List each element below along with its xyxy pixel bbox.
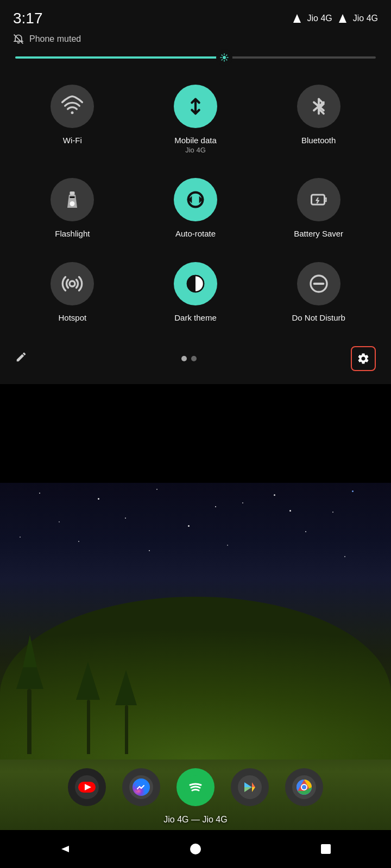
svg-point-14 xyxy=(70,201,75,206)
tile-do-not-disturb[interactable]: Do Not Disturb xyxy=(257,251,380,335)
pencil-icon xyxy=(15,351,27,363)
battery-saver-label: Battery Saver xyxy=(294,229,343,238)
spotify-icon xyxy=(184,775,207,799)
hotspot-icon-circle xyxy=(51,262,94,305)
tiles-grid: Wi-Fi Mobile data Jio 4G Bluetooth xyxy=(0,68,391,341)
edit-button[interactable] xyxy=(15,351,27,366)
wifi-label: Wi-Fi xyxy=(63,136,82,145)
back-button[interactable] xyxy=(59,843,72,856)
page-dots xyxy=(181,356,197,361)
svg-rect-39 xyxy=(321,844,331,854)
svg-rect-17 xyxy=(311,195,324,205)
brightness-track[interactable] xyxy=(15,56,376,59)
bluetooth-icon xyxy=(309,97,329,116)
muted-bell-icon xyxy=(13,34,24,44)
do-not-disturb-icon-circle xyxy=(297,262,340,305)
mobile-data-label: Mobile data xyxy=(174,136,217,145)
notification-bar: Phone muted xyxy=(0,31,391,51)
brightness-fill xyxy=(15,56,224,59)
tile-mobile-data[interactable]: Mobile data Jio 4G xyxy=(134,74,257,167)
nav-bar xyxy=(0,830,391,868)
svg-line-10 xyxy=(226,55,227,56)
tile-bluetooth[interactable]: Bluetooth xyxy=(257,74,380,167)
home-icon xyxy=(189,843,202,856)
brightness-thumb[interactable] xyxy=(216,49,232,66)
tile-flashlight[interactable]: Flashlight xyxy=(11,167,134,251)
do-not-disturb-label: Do Not Disturb xyxy=(292,313,345,322)
dark-theme-label: Dark theme xyxy=(174,313,217,322)
network-label: Jio 4G — Jio 4G xyxy=(163,815,227,825)
app-youtube[interactable] xyxy=(68,768,106,806)
svg-point-36 xyxy=(302,785,306,789)
do-not-disturb-icon xyxy=(308,273,330,295)
home-button[interactable] xyxy=(189,843,202,856)
dark-theme-icon xyxy=(185,273,206,295)
tile-hotspot[interactable]: Hotspot xyxy=(11,251,134,335)
status-bar: 3:17 Jio 4G Jio 4G xyxy=(0,0,391,31)
app-spotify[interactable] xyxy=(176,768,215,806)
tile-battery-saver[interactable]: Battery Saver xyxy=(257,167,380,251)
status-time: 3:17 xyxy=(13,10,43,27)
dark-theme-icon-circle xyxy=(174,262,217,305)
svg-line-9 xyxy=(222,59,223,60)
page-dot-1[interactable] xyxy=(181,356,187,361)
notif-left: Phone muted xyxy=(13,34,81,44)
hotspot-icon xyxy=(61,273,83,295)
svg-line-8 xyxy=(226,59,227,60)
hotspot-label: Hotspot xyxy=(58,313,86,322)
tile-dark-theme[interactable]: Dark theme xyxy=(134,251,257,335)
mobile-data-sublabel: Jio 4G xyxy=(185,146,206,154)
brightness-row[interactable] xyxy=(0,51,391,68)
settings-button[interactable] xyxy=(351,346,376,371)
chrome-icon xyxy=(292,775,316,799)
signal2-icon xyxy=(339,14,346,23)
play-store-icon xyxy=(238,775,262,799)
app-messenger[interactable] xyxy=(122,768,160,806)
auto-rotate-icon xyxy=(185,189,206,210)
youtube-icon xyxy=(75,775,99,799)
flashlight-icon-circle xyxy=(51,178,94,221)
battery-saver-icon-circle xyxy=(297,178,340,221)
battery-saver-icon xyxy=(309,190,329,209)
phone-muted-label: Phone muted xyxy=(29,34,81,44)
bluetooth-label: Bluetooth xyxy=(301,136,336,145)
settings-gear-icon xyxy=(357,352,370,365)
mobile-data-icon-circle xyxy=(174,85,217,128)
back-icon xyxy=(59,843,72,856)
dock-area: Jio 4G — Jio 4G xyxy=(0,768,391,825)
svg-point-2 xyxy=(223,56,226,59)
svg-line-7 xyxy=(222,55,223,56)
wifi-icon xyxy=(61,95,83,117)
bluetooth-icon-circle xyxy=(297,85,340,128)
wifi-icon-circle xyxy=(51,85,94,128)
tile-auto-rotate[interactable]: Auto-rotate xyxy=(134,167,257,251)
recents-icon xyxy=(319,843,332,856)
quick-settings-panel: 3:17 Jio 4G Jio 4G Phone muted xyxy=(0,0,391,384)
app-chrome[interactable] xyxy=(285,768,323,806)
dock-apps xyxy=(68,768,323,806)
flashlight-label: Flashlight xyxy=(55,229,90,238)
recents-button[interactable] xyxy=(319,843,332,856)
brightness-icon xyxy=(219,53,229,62)
carrier2-label: Jio 4G xyxy=(353,14,378,23)
flashlight-icon xyxy=(62,190,82,209)
page-dot-2[interactable] xyxy=(191,356,197,361)
svg-rect-13 xyxy=(70,196,75,198)
svg-rect-12 xyxy=(70,192,75,195)
mobile-data-icon xyxy=(185,95,206,117)
auto-rotate-icon-circle xyxy=(174,178,217,221)
status-right: Jio 4G Jio 4G xyxy=(293,14,379,23)
svg-marker-1 xyxy=(339,14,346,23)
svg-point-38 xyxy=(190,844,201,854)
svg-point-18 xyxy=(70,281,75,286)
carrier1-label: Jio 4G xyxy=(307,14,332,23)
signal1-icon xyxy=(293,14,301,23)
app-play-store[interactable] xyxy=(231,768,269,806)
auto-rotate-label: Auto-rotate xyxy=(175,229,216,238)
svg-marker-37 xyxy=(61,846,69,852)
messenger-icon xyxy=(129,775,153,799)
tile-wifi[interactable]: Wi-Fi xyxy=(11,74,134,167)
qs-bottom-bar xyxy=(0,341,391,379)
svg-marker-0 xyxy=(293,14,301,23)
svg-point-11 xyxy=(71,111,74,114)
